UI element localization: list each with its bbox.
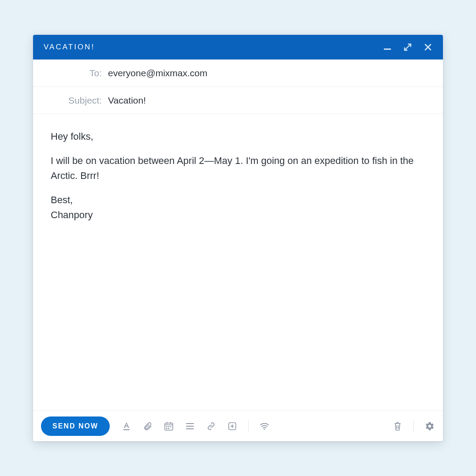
svg-rect-7: [168, 426, 170, 428]
to-row: To:: [33, 60, 443, 87]
message-body[interactable]: Hey folks, I will be on vacation between…: [33, 114, 443, 410]
window-controls: [383, 43, 432, 52]
calendar-icon[interactable]: [164, 421, 174, 431]
settings-icon[interactable]: [424, 421, 435, 431]
svg-rect-8: [170, 426, 171, 428]
insert-icon[interactable]: [227, 421, 238, 431]
subject-input[interactable]: [108, 95, 439, 106]
titlebar: VACATION!: [33, 35, 443, 60]
body-paragraph: Hey folks,: [51, 129, 425, 144]
attachment-icon[interactable]: [142, 421, 153, 431]
body-paragraph: Best, Chanpory: [51, 193, 425, 222]
svg-rect-9: [166, 428, 167, 429]
wifi-icon[interactable]: [259, 421, 270, 431]
svg-rect-5: [170, 422, 171, 424]
body-paragraph: I will be on vacation between April 2—Ma…: [51, 153, 425, 183]
toolbar-separator: [413, 420, 414, 432]
trash-icon[interactable]: [392, 421, 403, 431]
toolbar-separator: [248, 420, 249, 432]
svg-rect-6: [166, 426, 167, 428]
svg-rect-4: [167, 422, 167, 424]
svg-rect-0: [384, 48, 391, 50]
close-icon[interactable]: [424, 43, 432, 52]
svg-rect-1: [123, 429, 130, 430]
format-group: [121, 421, 238, 431]
compose-window: VACATION! To: Subject: Hey: [33, 35, 443, 441]
window-title: VACATION!: [44, 43, 95, 52]
compose-toolbar: SEND NOW: [33, 410, 443, 441]
send-button[interactable]: SEND NOW: [41, 416, 110, 436]
list-icon[interactable]: [185, 421, 195, 431]
minimize-icon[interactable]: [383, 43, 392, 52]
expand-icon[interactable]: [403, 43, 412, 52]
link-icon[interactable]: [206, 421, 216, 431]
subject-label: Subject:: [33, 95, 108, 106]
to-label: To:: [33, 68, 108, 78]
svg-rect-10: [168, 428, 170, 429]
subject-row: Subject:: [33, 87, 443, 114]
text-format-icon[interactable]: [121, 421, 132, 431]
svg-point-17: [264, 428, 265, 430]
to-input[interactable]: [108, 68, 439, 78]
